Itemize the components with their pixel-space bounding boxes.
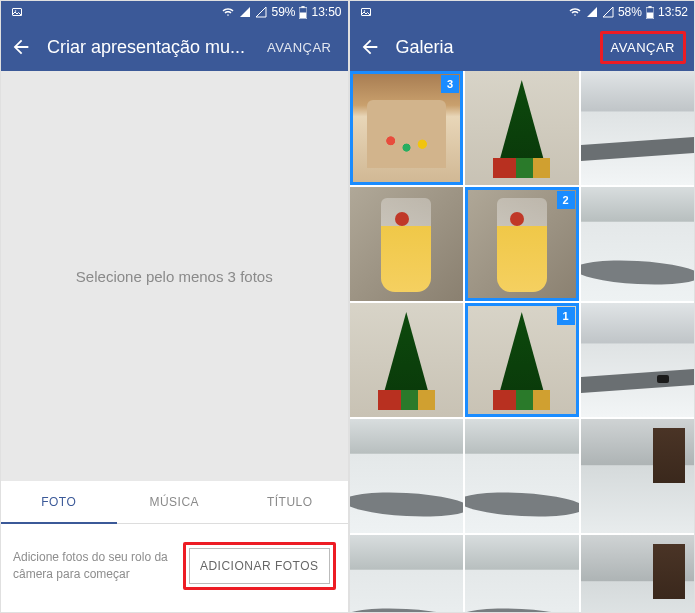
status-bar: 59% 13:50 — [1, 1, 348, 23]
no-sim-icon — [255, 6, 267, 18]
gallery-thumb[interactable] — [465, 71, 579, 185]
add-photos-button[interactable]: ADICIONAR FOTOS — [189, 548, 330, 584]
preview-hint: Selecione pelo menos 3 fotos — [76, 268, 273, 285]
gallery-thumb[interactable]: 1 — [465, 303, 579, 417]
battery-icon — [646, 6, 654, 19]
app-bar: Criar apresentação mu... AVANÇAR — [1, 23, 348, 71]
gallery-thumb[interactable] — [581, 187, 694, 301]
gallery-thumb[interactable] — [581, 303, 694, 417]
screen-create-slideshow: 59% 13:50 Criar apresentação mu... AVANÇ… — [0, 0, 349, 613]
tab-foto[interactable]: FOTO — [1, 481, 117, 523]
tab-musica[interactable]: MÚSICA — [117, 481, 233, 523]
svg-rect-4 — [300, 12, 306, 18]
gallery-thumb[interactable] — [581, 535, 694, 612]
gallery-grid: 3 2 1 — [350, 71, 694, 612]
selection-badge: 1 — [557, 307, 575, 325]
gallery-thumb[interactable] — [465, 535, 579, 612]
signal-icon — [239, 6, 251, 18]
page-title: Galeria — [396, 37, 586, 58]
highlight-add-photos: ADICIONAR FOTOS — [183, 542, 336, 590]
gallery-thumb[interactable]: 2 — [465, 187, 579, 301]
gallery-thumb[interactable] — [350, 303, 463, 417]
page-title: Criar apresentação mu... — [47, 37, 245, 58]
gallery-thumb[interactable]: 3 — [350, 71, 463, 185]
wifi-icon — [221, 6, 235, 18]
tab-titulo[interactable]: TÍTULO — [232, 481, 348, 523]
gallery-thumb[interactable] — [581, 419, 694, 533]
next-button[interactable]: AVANÇAR — [259, 34, 339, 61]
signal-icon — [586, 6, 598, 18]
gallery-thumb[interactable] — [465, 419, 579, 533]
screen-gallery: 58% 13:52 Galeria AVANÇAR 3 2 1 — [349, 0, 695, 613]
status-bar: 58% 13:52 — [350, 1, 694, 23]
selection-badge: 2 — [557, 191, 575, 209]
clock-time: 13:52 — [658, 5, 688, 19]
battery-icon — [299, 6, 307, 19]
next-button[interactable]: AVANÇAR — [600, 31, 686, 64]
preview-area: Selecione pelo menos 3 fotos — [1, 71, 348, 481]
selection-badge: 3 — [441, 75, 459, 93]
app-bar: Galeria AVANÇAR — [350, 23, 694, 71]
battery-pct: 59% — [271, 5, 295, 19]
wifi-icon — [568, 6, 582, 18]
footer-area: Adicione fotos do seu rolo da câmera par… — [1, 524, 348, 612]
gallery-thumb[interactable] — [350, 419, 463, 533]
svg-rect-9 — [647, 12, 653, 18]
tabs: FOTO MÚSICA TÍTULO — [1, 481, 348, 524]
gallery-thumb[interactable] — [581, 71, 694, 185]
picture-icon — [360, 6, 372, 18]
back-button[interactable] — [358, 35, 382, 59]
clock-time: 13:50 — [311, 5, 341, 19]
gallery-thumb[interactable] — [350, 187, 463, 301]
gallery-thumb[interactable] — [350, 535, 463, 612]
footer-hint: Adicione fotos do seu rolo da câmera par… — [13, 549, 173, 583]
picture-icon — [11, 6, 23, 18]
back-button[interactable] — [9, 35, 33, 59]
no-sim-icon — [602, 6, 614, 18]
battery-pct: 58% — [618, 5, 642, 19]
